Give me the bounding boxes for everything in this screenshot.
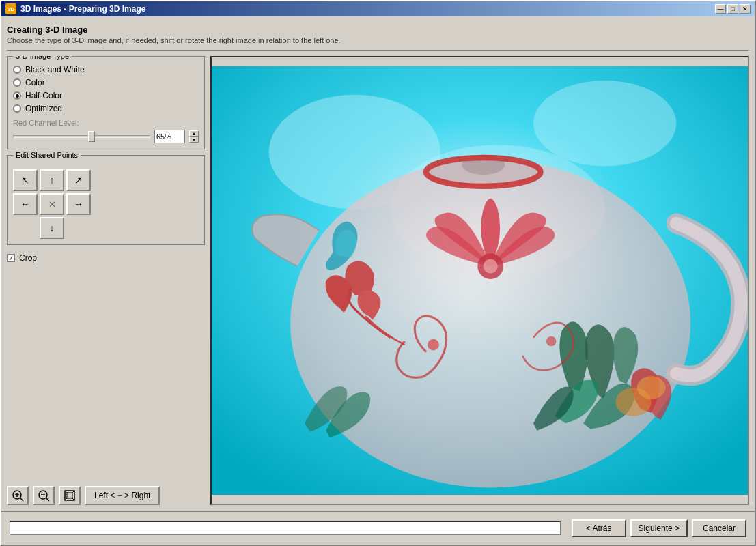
minimize-button[interactable]: —	[715, 4, 726, 14]
spin-buttons: ▲ ▼	[189, 130, 199, 143]
back-button[interactable]: < Atrás	[572, 519, 626, 537]
maximize-button[interactable]: □	[727, 4, 738, 14]
progress-bar	[10, 521, 561, 535]
arrow-right-btn[interactable]: →	[66, 193, 91, 215]
svg-point-17	[533, 81, 676, 167]
zoom-in-icon	[12, 489, 24, 502]
radio-color[interactable]: Color	[13, 78, 199, 87]
svg-point-27	[428, 339, 439, 351]
radio-color-circle[interactable]	[13, 78, 21, 87]
arrow-down-btn[interactable]: ↓	[40, 217, 64, 239]
next-button[interactable]: Siguiente >	[630, 519, 688, 537]
main-area: 3-D Image Type Black and White Color Hal…	[7, 56, 749, 505]
svg-line-8	[46, 498, 49, 501]
title-bar-left: 3D 3D Images - Preparing 3D Image	[5, 3, 145, 14]
left-right-button[interactable]: Left < − > Right	[85, 486, 160, 505]
fit-btn[interactable]	[59, 486, 81, 505]
zoom-out-icon	[38, 489, 50, 502]
edit-shared-label: Edit Shared Points	[13, 151, 81, 159]
radio-halfcolor[interactable]: Half-Color	[13, 91, 199, 100]
zoom-in-btn[interactable]	[7, 486, 29, 505]
header-section: Creating 3-D Image Choose the type of 3-…	[7, 22, 749, 51]
crop-row: ✓ Crop	[7, 253, 205, 263]
edit-shared-points-group: Edit Shared Points ↖ ↑ ↗ ← ✕ → ↓	[7, 155, 205, 245]
image-type-group: 3-D Image Type Black and White Color Hal…	[7, 56, 205, 149]
radio-optimized-circle[interactable]	[13, 104, 21, 113]
arrow-up-btn[interactable]: ↑	[40, 169, 64, 191]
svg-line-5	[20, 498, 23, 501]
window-title: 3D Images - Preparing 3D Image	[20, 4, 145, 14]
image-panel	[210, 56, 749, 505]
left-panel: 3-D Image Type Black and White Color Hal…	[7, 56, 205, 505]
radio-color-label: Color	[25, 78, 45, 87]
spin-down[interactable]: ▼	[189, 136, 199, 143]
slider-section: Red Channel Level: 65% ▲ ▼	[13, 119, 199, 143]
zoom-out-btn[interactable]	[33, 486, 55, 505]
arrow-upright-btn[interactable]: ↗	[66, 169, 91, 191]
radio-halfcolor-label: Half-Color	[25, 91, 62, 100]
fit-icon	[64, 489, 76, 502]
cancel-button[interactable]: Cancelar	[692, 519, 746, 537]
svg-rect-10	[67, 493, 72, 498]
title-bar: 3D 3D Images - Preparing 3D Image — □ ✕	[1, 1, 755, 16]
title-buttons: — □ ✕	[715, 4, 751, 14]
slider-value[interactable]: 65%	[154, 130, 185, 143]
radio-halfcolor-circle[interactable]	[13, 91, 21, 100]
arrow-center-btn[interactable]: ✕	[40, 193, 64, 215]
radio-bw-circle[interactable]	[13, 66, 21, 74]
window-content: Creating 3-D Image Choose the type of 3-…	[1, 16, 755, 511]
close-button[interactable]: ✕	[740, 4, 751, 14]
arrow-left-btn[interactable]: ←	[13, 193, 38, 215]
crop-checkbox[interactable]: ✓	[7, 254, 15, 262]
app-icon: 3D	[5, 3, 16, 14]
footer-bar: < Atrás Siguiente > Cancelar	[1, 511, 755, 545]
page-subtitle: Choose the type of 3-D image and, if nee…	[7, 36, 749, 44]
svg-point-26	[637, 376, 666, 399]
svg-point-28	[546, 336, 557, 347]
arrow-upleft-btn[interactable]: ↖	[13, 169, 38, 191]
page-title: Creating 3-D Image	[7, 25, 749, 35]
arrow-empty-right	[66, 217, 91, 239]
svg-point-24	[484, 259, 498, 274]
slider-row: 65% ▲ ▼	[13, 130, 199, 143]
radio-optimized-label: Optimized	[25, 104, 62, 113]
red-channel-slider[interactable]	[13, 135, 150, 138]
arrow-empty-left	[13, 217, 38, 239]
radio-bw-label: Black and White	[25, 65, 85, 74]
red-channel-label: Red Channel Level:	[13, 119, 199, 127]
arrows-grid: ↖ ↑ ↗ ← ✕ → ↓	[13, 169, 199, 239]
spin-up[interactable]: ▲	[189, 130, 199, 136]
radio-bw[interactable]: Black and White	[13, 65, 199, 74]
main-window: 3D 3D Images - Preparing 3D Image — □ ✕ …	[0, 0, 756, 546]
svg-text:3D: 3D	[8, 6, 14, 12]
image-type-label: 3-D Image Type	[13, 56, 72, 60]
bottom-buttons-row: Left < − > Right	[7, 479, 205, 505]
crop-label: Crop	[19, 253, 37, 263]
teapot-image	[212, 57, 748, 504]
radio-optimized[interactable]: Optimized	[13, 104, 199, 113]
